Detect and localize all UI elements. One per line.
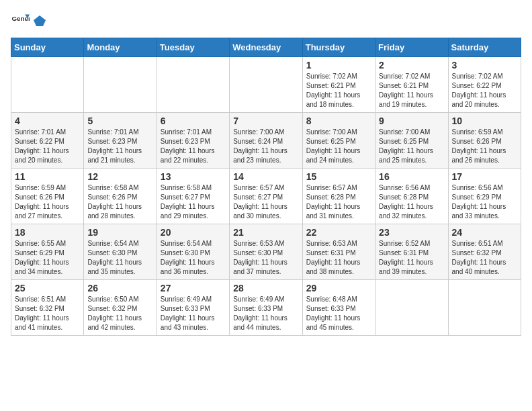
calendar-table: SundayMondayTuesdayWednesdayThursdayFrid… (11, 38, 521, 336)
day-number: 6 (161, 116, 226, 126)
day-number: 27 (161, 283, 226, 293)
day-number: 1 (306, 60, 371, 71)
day-info: Sunrise: 6:52 AM Sunset: 6:31 PM Dayligh… (379, 239, 444, 277)
calendar-cell: 16Sunrise: 6:56 AM Sunset: 6:28 PM Dayli… (375, 169, 448, 224)
day-info: Sunrise: 6:48 AM Sunset: 6:33 PM Dayligh… (306, 295, 371, 332)
day-info: Sunrise: 6:51 AM Sunset: 6:32 PM Dayligh… (452, 239, 517, 277)
calendar-cell: 14Sunrise: 6:57 AM Sunset: 6:27 PM Dayli… (230, 169, 302, 224)
calendar-cell: 24Sunrise: 6:51 AM Sunset: 6:32 PM Dayli… (448, 224, 521, 280)
day-number: 11 (15, 171, 80, 182)
calendar-cell: 15Sunrise: 6:57 AM Sunset: 6:28 PM Dayli… (302, 169, 375, 224)
day-info: Sunrise: 7:02 AM Sunset: 6:22 PM Dayligh… (452, 72, 517, 109)
day-number: 21 (233, 227, 298, 238)
calendar-cell: 28Sunrise: 6:49 AM Sunset: 6:33 PM Dayli… (230, 280, 302, 336)
day-number: 29 (306, 283, 371, 293)
calendar-cell: 20Sunrise: 6:54 AM Sunset: 6:30 PM Dayli… (157, 224, 229, 280)
day-number: 3 (452, 60, 517, 71)
calendar-cell: 8Sunrise: 7:00 AM Sunset: 6:25 PM Daylig… (302, 113, 375, 169)
calendar-cell (84, 57, 157, 113)
day-number: 24 (452, 227, 517, 238)
day-info: Sunrise: 7:00 AM Sunset: 6:25 PM Dayligh… (379, 128, 444, 165)
day-info: Sunrise: 7:02 AM Sunset: 6:21 PM Dayligh… (306, 72, 371, 109)
calendar-cell: 10Sunrise: 6:59 AM Sunset: 6:26 PM Dayli… (448, 113, 521, 169)
day-info: Sunrise: 7:02 AM Sunset: 6:21 PM Dayligh… (379, 72, 444, 109)
calendar-cell: 17Sunrise: 6:56 AM Sunset: 6:29 PM Dayli… (448, 169, 521, 224)
calendar-cell: 5Sunrise: 7:01 AM Sunset: 6:23 PM Daylig… (84, 113, 157, 169)
day-info: Sunrise: 6:58 AM Sunset: 6:26 PM Dayligh… (87, 183, 152, 221)
calendar-col-header: Tuesday (157, 38, 229, 57)
calendar-week-row: 4Sunrise: 7:01 AM Sunset: 6:22 PM Daylig… (11, 113, 521, 169)
day-number: 19 (87, 227, 152, 238)
day-number: 7 (233, 116, 298, 126)
day-number: 10 (452, 116, 517, 126)
calendar-cell: 3Sunrise: 7:02 AM Sunset: 6:22 PM Daylig… (448, 57, 521, 113)
day-number: 17 (452, 171, 517, 182)
calendar-cell: 26Sunrise: 6:50 AM Sunset: 6:32 PM Dayli… (84, 280, 157, 336)
day-info: Sunrise: 7:00 AM Sunset: 6:25 PM Dayligh… (306, 128, 371, 165)
calendar-cell (375, 280, 448, 336)
day-info: Sunrise: 6:53 AM Sunset: 6:31 PM Dayligh… (306, 239, 371, 277)
day-info: Sunrise: 6:49 AM Sunset: 6:33 PM Dayligh… (233, 295, 298, 332)
svg-marker-2 (34, 15, 46, 26)
day-info: Sunrise: 6:53 AM Sunset: 6:30 PM Dayligh… (233, 239, 298, 277)
logo-bird-icon (34, 14, 46, 26)
calendar-cell: 2Sunrise: 7:02 AM Sunset: 6:21 PM Daylig… (375, 57, 448, 113)
day-number: 13 (161, 171, 226, 182)
calendar-cell: 1Sunrise: 7:02 AM Sunset: 6:21 PM Daylig… (302, 57, 375, 113)
day-number: 8 (306, 116, 371, 126)
day-info: Sunrise: 6:49 AM Sunset: 6:33 PM Dayligh… (161, 295, 226, 332)
day-number: 16 (379, 171, 444, 182)
calendar-col-header: Monday (84, 38, 157, 57)
day-number: 26 (87, 283, 152, 293)
day-number: 14 (233, 171, 298, 182)
calendar-cell: 9Sunrise: 7:00 AM Sunset: 6:25 PM Daylig… (375, 113, 448, 169)
day-number: 2 (379, 60, 444, 71)
day-number: 20 (161, 227, 226, 238)
day-info: Sunrise: 6:55 AM Sunset: 6:29 PM Dayligh… (15, 239, 80, 277)
day-info: Sunrise: 6:54 AM Sunset: 6:30 PM Dayligh… (161, 239, 226, 277)
calendar-cell: 29Sunrise: 6:48 AM Sunset: 6:33 PM Dayli… (302, 280, 375, 336)
day-number: 22 (306, 227, 371, 238)
calendar-cell: 6Sunrise: 7:01 AM Sunset: 6:23 PM Daylig… (157, 113, 229, 169)
calendar-cell: 22Sunrise: 6:53 AM Sunset: 6:31 PM Dayli… (302, 224, 375, 280)
day-number: 5 (87, 116, 152, 126)
day-number: 18 (15, 227, 80, 238)
day-number: 23 (379, 227, 444, 238)
calendar-cell: 23Sunrise: 6:52 AM Sunset: 6:31 PM Dayli… (375, 224, 448, 280)
calendar-cell: 25Sunrise: 6:51 AM Sunset: 6:32 PM Dayli… (11, 280, 84, 336)
calendar-cell: 19Sunrise: 6:54 AM Sunset: 6:30 PM Dayli… (84, 224, 157, 280)
day-info: Sunrise: 6:57 AM Sunset: 6:28 PM Dayligh… (306, 183, 371, 221)
day-number: 9 (379, 116, 444, 126)
day-info: Sunrise: 7:01 AM Sunset: 6:22 PM Dayligh… (15, 128, 80, 165)
calendar-cell: 27Sunrise: 6:49 AM Sunset: 6:33 PM Dayli… (157, 280, 229, 336)
calendar-cell: 4Sunrise: 7:01 AM Sunset: 6:22 PM Daylig… (11, 113, 84, 169)
calendar-cell (157, 57, 229, 113)
calendar-week-row: 1Sunrise: 7:02 AM Sunset: 6:21 PM Daylig… (11, 57, 521, 113)
logo: General (11, 11, 46, 30)
calendar-cell: 7Sunrise: 7:00 AM Sunset: 6:24 PM Daylig… (230, 113, 302, 169)
day-info: Sunrise: 6:57 AM Sunset: 6:27 PM Dayligh… (233, 183, 298, 221)
day-info: Sunrise: 6:56 AM Sunset: 6:29 PM Dayligh… (452, 183, 517, 221)
day-number: 12 (87, 171, 152, 182)
day-number: 25 (15, 283, 80, 293)
calendar-col-header: Wednesday (230, 38, 302, 57)
calendar-header-row: SundayMondayTuesdayWednesdayThursdayFrid… (11, 38, 521, 57)
day-info: Sunrise: 6:59 AM Sunset: 6:26 PM Dayligh… (15, 183, 80, 221)
calendar-cell (230, 57, 302, 113)
day-info: Sunrise: 6:54 AM Sunset: 6:30 PM Dayligh… (87, 239, 152, 277)
calendar-cell: 12Sunrise: 6:58 AM Sunset: 6:26 PM Dayli… (84, 169, 157, 224)
calendar-cell (448, 280, 521, 336)
calendar-week-row: 25Sunrise: 6:51 AM Sunset: 6:32 PM Dayli… (11, 280, 521, 336)
calendar-col-header: Sunday (11, 38, 84, 57)
calendar-col-header: Saturday (448, 38, 521, 57)
day-info: Sunrise: 6:59 AM Sunset: 6:26 PM Dayligh… (452, 128, 517, 165)
day-info: Sunrise: 6:56 AM Sunset: 6:28 PM Dayligh… (379, 183, 444, 221)
calendar-cell: 18Sunrise: 6:55 AM Sunset: 6:29 PM Dayli… (11, 224, 84, 280)
calendar-week-row: 11Sunrise: 6:59 AM Sunset: 6:26 PM Dayli… (11, 169, 521, 224)
day-info: Sunrise: 6:58 AM Sunset: 6:27 PM Dayligh… (161, 183, 226, 221)
day-info: Sunrise: 7:01 AM Sunset: 6:23 PM Dayligh… (87, 128, 152, 165)
day-number: 28 (233, 283, 298, 293)
calendar-col-header: Thursday (302, 38, 375, 57)
calendar-col-header: Friday (375, 38, 448, 57)
calendar-week-row: 18Sunrise: 6:55 AM Sunset: 6:29 PM Dayli… (11, 224, 521, 280)
